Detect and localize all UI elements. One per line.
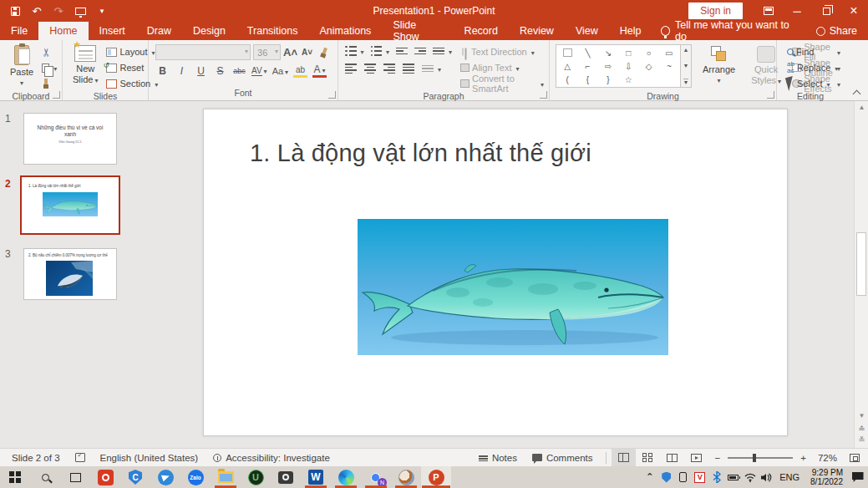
shape-oval-icon[interactable]: ○ bbox=[646, 48, 651, 58]
font-color-button[interactable]: A bbox=[312, 64, 327, 78]
select-button[interactable]: Select bbox=[787, 77, 844, 90]
taskbar-search-button[interactable] bbox=[30, 466, 60, 488]
copy-button[interactable] bbox=[42, 61, 57, 74]
arrange-button[interactable]: Arrange bbox=[698, 44, 740, 90]
phone-link-tray-button[interactable] bbox=[676, 472, 690, 482]
zoom-out-button[interactable]: − bbox=[708, 449, 723, 466]
wifi-tray-button[interactable] bbox=[743, 473, 757, 482]
previous-slide-button[interactable]: ≛ bbox=[855, 424, 868, 434]
scroll-up-arrow[interactable]: ▲ bbox=[855, 104, 868, 111]
cut-button[interactable]: ✂ bbox=[42, 45, 57, 58]
shape-rectangle-icon[interactable]: □ bbox=[626, 48, 631, 58]
paragraph-dialog-launcher[interactable] bbox=[540, 91, 547, 99]
format-painter-button[interactable] bbox=[42, 77, 57, 90]
messenger-app-button[interactable] bbox=[150, 466, 180, 488]
battery-tray-button[interactable] bbox=[726, 475, 740, 480]
close-button[interactable]: × bbox=[840, 0, 868, 22]
start-slideshow-button[interactable] bbox=[70, 2, 90, 20]
paint-app-button[interactable] bbox=[391, 466, 421, 488]
zalo-app-button[interactable]: Zalo bbox=[180, 466, 211, 488]
word-app-button[interactable]: W bbox=[301, 466, 331, 488]
tab-home[interactable]: Home bbox=[38, 22, 88, 40]
find-button[interactable]: Find bbox=[787, 45, 844, 58]
tab-view[interactable]: View bbox=[565, 22, 609, 40]
strikethrough-button[interactable]: S bbox=[213, 64, 227, 78]
slide-title-text[interactable]: 1. Là động vật lớn nhất thế giới bbox=[250, 140, 591, 167]
shape-diamond-icon[interactable]: ◇ bbox=[646, 62, 652, 71]
shapes-scroll-down[interactable]: ▼ bbox=[683, 63, 689, 69]
taskbar-clock[interactable]: 9:29 PM 8/1/2022 bbox=[805, 468, 848, 487]
restore-button[interactable] bbox=[811, 0, 840, 22]
start-button[interactable] bbox=[0, 466, 30, 488]
zoom-level[interactable]: 72% bbox=[813, 449, 842, 466]
align-right-button[interactable] bbox=[383, 62, 395, 75]
zoom-slider[interactable] bbox=[728, 457, 793, 459]
paste-button[interactable]: Paste bbox=[5, 43, 38, 89]
vertical-scrollbar[interactable]: ▲ ▼ ≛ ≚ bbox=[854, 101, 868, 448]
reading-view-button[interactable] bbox=[660, 449, 684, 467]
shapes-scroll-up[interactable]: ▲ bbox=[683, 47, 689, 53]
slide-sorter-view-button[interactable] bbox=[636, 449, 660, 467]
accessibility-checker[interactable]: Accessibility: Investigate bbox=[206, 449, 338, 466]
save-button[interactable] bbox=[5, 2, 25, 20]
tab-draw[interactable]: Draw bbox=[136, 22, 182, 40]
slide-3-thumbnail[interactable]: 2. Bộ não chỉ chiếm 0.007% trọng lượng c… bbox=[23, 248, 117, 300]
align-text-button[interactable]: Align Text bbox=[460, 61, 544, 74]
text-direction-button[interactable]: Text Direction bbox=[460, 45, 544, 58]
file-explorer-button[interactable] bbox=[211, 466, 241, 488]
fit-slide-button[interactable] bbox=[842, 449, 868, 466]
shape-elbow-icon[interactable]: ⌐ bbox=[586, 62, 591, 71]
task-view-button[interactable] bbox=[60, 466, 90, 488]
new-slide-button[interactable]: NewSlide bbox=[68, 43, 103, 86]
shape-right-brace-icon[interactable]: } bbox=[607, 75, 609, 84]
text-box-shape-icon[interactable] bbox=[563, 48, 572, 57]
bold-button[interactable]: B bbox=[155, 64, 170, 78]
security-app-button[interactable]: C bbox=[120, 466, 150, 488]
font-size-combobox[interactable]: 36 bbox=[253, 44, 281, 60]
align-center-button[interactable] bbox=[364, 62, 376, 75]
collapse-ribbon-button[interactable] bbox=[851, 88, 863, 98]
paste-dropdown[interactable] bbox=[20, 79, 23, 87]
redo-button[interactable]: ↷ bbox=[48, 2, 69, 20]
character-spacing-button[interactable]: AV bbox=[251, 64, 267, 78]
scroll-down-arrow[interactable]: ▼ bbox=[855, 412, 868, 419]
numbering-button[interactable] bbox=[371, 44, 390, 58]
decrease-font-size-button[interactable]: A˅ bbox=[300, 45, 314, 59]
change-case-button[interactable]: Aa bbox=[272, 64, 288, 78]
tab-transitions[interactable]: Transitions bbox=[236, 22, 309, 40]
shape-curve-icon[interactable]: ~ bbox=[667, 62, 672, 71]
shape-left-brace-icon[interactable]: { bbox=[586, 75, 589, 84]
action-center-button[interactable] bbox=[850, 472, 865, 482]
undo-button[interactable]: ↶ bbox=[27, 2, 47, 20]
zoom-in-button[interactable]: + bbox=[799, 449, 813, 466]
edge-app-button[interactable] bbox=[331, 466, 361, 488]
highlight-color-button[interactable]: ab bbox=[293, 64, 307, 78]
columns-button[interactable] bbox=[422, 62, 441, 75]
clear-formatting-button[interactable] bbox=[317, 45, 331, 59]
drawing-dialog-launcher[interactable] bbox=[767, 91, 774, 99]
bluetooth-tray-button[interactable] bbox=[709, 471, 723, 483]
bullets-button[interactable] bbox=[345, 44, 364, 58]
italic-button[interactable]: I bbox=[175, 64, 189, 78]
shape-triangle-icon[interactable]: △ bbox=[564, 62, 571, 71]
tab-slide-show[interactable]: Slide Show bbox=[382, 22, 453, 40]
shapes-more-button[interactable]: ▼ bbox=[683, 79, 689, 85]
red-o-app-button[interactable] bbox=[90, 466, 120, 488]
spell-check-button[interactable] bbox=[68, 449, 93, 466]
align-left-button[interactable] bbox=[345, 62, 357, 75]
input-language-button[interactable]: ENG bbox=[776, 472, 803, 482]
font-name-combobox[interactable] bbox=[155, 44, 251, 60]
camera-app-button[interactable] bbox=[271, 466, 301, 488]
tab-help[interactable]: Help bbox=[609, 22, 652, 40]
utorrent-app-button[interactable]: U bbox=[241, 466, 271, 488]
next-slide-button[interactable]: ≚ bbox=[855, 435, 868, 445]
language-indicator[interactable]: English (United States) bbox=[93, 449, 206, 466]
font-dialog-launcher[interactable] bbox=[328, 91, 336, 99]
shape-arrow-icon[interactable]: ↘ bbox=[605, 48, 612, 58]
replace-button[interactable]: abacReplace bbox=[787, 61, 844, 74]
shape-right-arrow-icon[interactable]: ⇨ bbox=[605, 62, 612, 71]
scrollbar-thumb[interactable] bbox=[856, 232, 866, 296]
tab-file[interactable]: File bbox=[0, 22, 38, 40]
tell-me-search[interactable]: Tell me what you want to do bbox=[652, 22, 805, 40]
slide-1-thumbnail[interactable]: Những điều thú vị về cá voi xanh Văn Gia… bbox=[23, 113, 117, 165]
